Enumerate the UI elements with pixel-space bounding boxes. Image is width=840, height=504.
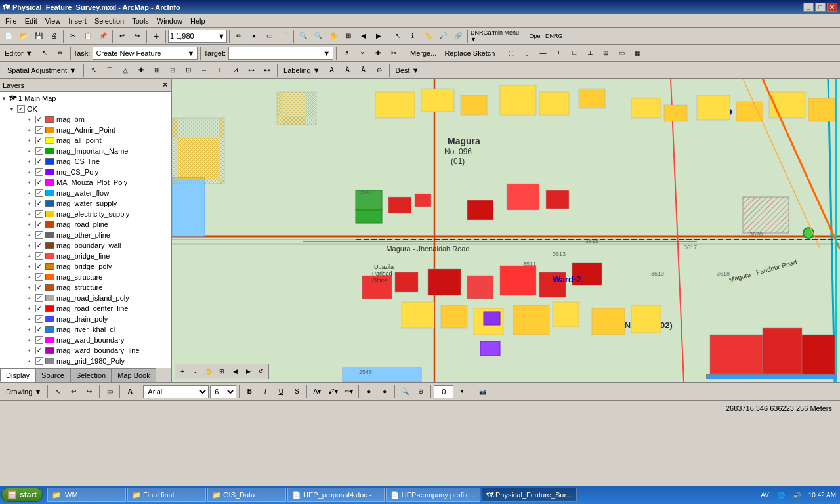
rect-tool[interactable]: ▭ xyxy=(262,29,276,43)
draw-undo-btn[interactable]: ↩ xyxy=(66,385,81,399)
close-button[interactable]: ✕ xyxy=(827,3,837,12)
layer-check[interactable] xyxy=(35,262,43,270)
edit-tool-6[interactable]: + xyxy=(551,46,566,60)
layer-check[interactable] xyxy=(35,315,43,323)
target-dropdown[interactable]: ▼ xyxy=(228,47,333,60)
layer-mag-grid-1980[interactable]: + mag_grid_1980_Poly xyxy=(17,356,171,366)
layer-ma-mouza[interactable]: + MA_Mouza_Plot_Poly xyxy=(17,177,171,188)
labeling-dropdown[interactable]: Labeling ▼ xyxy=(280,63,324,77)
edit-tool-11[interactable]: ▦ xyxy=(630,46,644,60)
sp-tool-5[interactable]: ⊟ xyxy=(165,63,180,77)
edit-tool-7[interactable]: ∟ xyxy=(567,46,581,60)
layer-mag-boundary-wall[interactable]: + mag_boundary_wall xyxy=(17,240,171,251)
taskbar-iwm[interactable]: 📁 IWM xyxy=(47,488,126,502)
paste-button[interactable]: 📌 xyxy=(96,29,110,43)
best-dropdown[interactable]: Best ▼ xyxy=(392,63,423,77)
layer-mag-structure-1[interactable]: + mag_structure xyxy=(17,272,171,282)
back-tool[interactable]: ◀ xyxy=(356,29,371,43)
layer-check[interactable] xyxy=(35,126,43,134)
layer-mag-important-name[interactable]: + mag_Important_Name xyxy=(17,146,171,156)
forward-tool[interactable]: ▶ xyxy=(371,29,386,43)
layer-mag-bridge-poly[interactable]: + mag_bridge_poly xyxy=(17,261,171,272)
move-tool[interactable]: ✚ xyxy=(371,46,385,60)
layer-check[interactable] xyxy=(35,178,43,186)
font-dropdown[interactable]: Arial xyxy=(143,385,209,398)
toc-group-main-map-header[interactable]: ▼ 🗺 1 Main Map xyxy=(0,93,171,104)
sym-btn[interactable]: ● xyxy=(377,385,392,399)
map-zoom-out-btn[interactable]: - xyxy=(190,366,201,377)
map-back-btn[interactable]: ◀ xyxy=(229,366,241,377)
layer-mag-bm-check[interactable] xyxy=(35,116,43,123)
layer-check[interactable] xyxy=(35,357,43,365)
layer-check[interactable] xyxy=(35,210,43,218)
map-refresh-btn[interactable]: ↺ xyxy=(255,366,267,377)
layer-mag-ward-boundary-line[interactable]: + mag_ward_boundary_line xyxy=(17,345,171,356)
line-color-btn[interactable]: ✏▾ xyxy=(341,385,356,399)
layer-check[interactable] xyxy=(35,158,43,165)
layer-mag-bridge-line[interactable]: + mag_bridge_line xyxy=(17,251,171,261)
layer-mag-all-point[interactable]: + mag_all_point xyxy=(17,135,171,146)
layer-check[interactable] xyxy=(35,284,43,291)
menu-window[interactable]: Window xyxy=(153,14,186,27)
edit-tool-10[interactable]: ▭ xyxy=(614,46,629,60)
layer-mag-cs-line[interactable]: + mag_CS_line xyxy=(17,156,171,167)
layer-check[interactable] xyxy=(35,220,43,228)
clock-display[interactable]: 10:42 AM xyxy=(806,490,839,500)
edit-tool-1[interactable]: ↖ xyxy=(37,46,52,60)
layer-mag-road-center[interactable]: + mag_road_center_line xyxy=(17,303,171,314)
draw-tool[interactable]: ✏ xyxy=(232,29,246,43)
tab-source[interactable]: Source xyxy=(35,368,70,382)
layer-mag-other-pline[interactable]: + mag_other_pline xyxy=(17,230,171,240)
tab-display[interactable]: Display xyxy=(0,368,35,382)
edit-tool-5[interactable]: — xyxy=(536,46,550,60)
map-fwd-btn[interactable]: ▶ xyxy=(242,366,254,377)
taskbar-hep-proposal[interactable]: 📄 HEP_proposal4.doc - ... xyxy=(287,488,385,502)
italic-btn[interactable]: I xyxy=(258,385,272,399)
layer-mag-structure-2[interactable]: + mag_structure xyxy=(17,282,171,293)
edit-tool-2[interactable]: ✏ xyxy=(53,46,68,60)
spatial-adj-dropdown[interactable]: Spatial Adjustment ▼ xyxy=(3,63,81,77)
menu-tools[interactable]: Tools xyxy=(128,14,153,27)
pan-tool[interactable]: ✋ xyxy=(326,29,341,43)
layer-mag-water-flow[interactable]: + mag_water_flow xyxy=(17,188,171,198)
layer-mag-river-khal[interactable]: + mag_river_khal_cl xyxy=(17,324,171,335)
menu-edit[interactable]: Edit xyxy=(21,14,41,27)
label-tool-1[interactable]: A xyxy=(325,63,339,77)
print-button[interactable]: 🖨 xyxy=(47,29,61,43)
size-dropdown[interactable]: 6 xyxy=(210,385,236,398)
rotation-dropdown-btn[interactable]: ▼ xyxy=(455,385,469,399)
subgroup-ok-header[interactable]: ▼ OK xyxy=(8,104,171,114)
fill-color-btn[interactable]: 🖍▾ xyxy=(326,385,340,399)
taskbar-final[interactable]: 📁 Final final xyxy=(127,488,206,502)
dnr-menu[interactable]: DNRGarmin Menu ▼ xyxy=(470,29,522,43)
tab-map-book[interactable]: Map Book xyxy=(112,368,156,382)
menu-help[interactable]: Help xyxy=(186,14,209,27)
sp-tool-2[interactable]: △ xyxy=(118,63,133,77)
bold-btn[interactable]: B xyxy=(242,385,257,399)
edit-tool-8[interactable]: ⊥ xyxy=(583,46,597,60)
add-data-button[interactable]: + xyxy=(149,29,163,43)
label-tool-3[interactable]: Ā xyxy=(356,63,371,77)
full-extent-tool[interactable]: ⊞ xyxy=(341,29,356,43)
edit-tool-4[interactable]: ⋮ xyxy=(520,46,534,60)
layer-check[interactable] xyxy=(35,168,43,176)
tab-selection[interactable]: Selection xyxy=(70,368,112,382)
sp-tool-4[interactable]: ⊞ xyxy=(150,63,164,77)
layer-mag-water-supply[interactable]: + mag_water_supply xyxy=(17,198,171,209)
layer-mag-elec-supply[interactable]: + mag_electricity_supply xyxy=(17,209,171,219)
edit-tool-9[interactable]: ⊞ xyxy=(598,46,613,60)
merge-btn[interactable]: Merge... xyxy=(407,46,440,60)
sp-tool-10[interactable]: ⊶ xyxy=(244,63,259,77)
identify-tool[interactable]: ℹ xyxy=(406,29,420,43)
zoom-display-btn[interactable]: 🔍 xyxy=(398,385,412,399)
layer-check[interactable] xyxy=(35,346,43,354)
taskbar-hep-company[interactable]: 📄 HEP-company profile... xyxy=(386,488,480,502)
menu-selection[interactable]: Selection xyxy=(91,14,128,27)
underline-btn[interactable]: U xyxy=(274,385,288,399)
sp-tool-7[interactable]: ↔ xyxy=(197,63,211,77)
layer-check[interactable] xyxy=(35,304,43,312)
save-button[interactable]: 💾 xyxy=(32,29,46,43)
point-tool[interactable]: ● xyxy=(247,29,261,43)
hyperlink-tool[interactable]: 🔗 xyxy=(451,29,465,43)
shadow-btn[interactable]: ● xyxy=(362,385,376,399)
